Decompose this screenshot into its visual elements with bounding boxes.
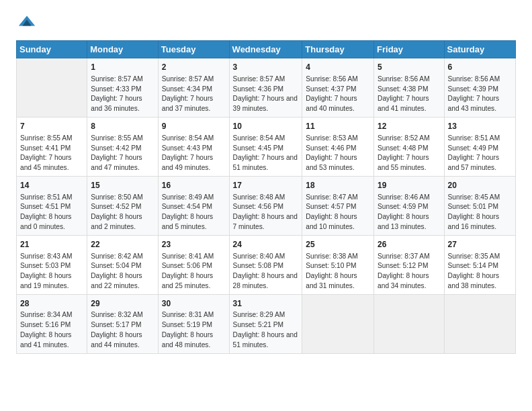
day-info: Sunrise: 8:51 AMSunset: 4:51 PMDaylight:… — [20, 193, 83, 232]
day-number: 25 — [306, 239, 370, 250]
day-number: 9 — [162, 121, 226, 132]
header-day-thursday: Thursday — [302, 41, 374, 58]
day-info: Sunrise: 8:53 AMSunset: 4:46 PMDaylight:… — [306, 134, 370, 173]
day-number: 17 — [233, 180, 299, 191]
week-row-1: 7Sunrise: 8:55 AMSunset: 4:41 PMDaylight… — [17, 117, 516, 176]
day-info: Sunrise: 8:45 AMSunset: 5:01 PMDaylight:… — [448, 193, 512, 232]
day-cell: 23Sunrise: 8:41 AMSunset: 5:06 PMDayligh… — [158, 235, 229, 294]
day-info: Sunrise: 8:46 AMSunset: 4:59 PMDaylight:… — [378, 193, 441, 232]
day-cell: 30Sunrise: 8:31 AMSunset: 5:19 PMDayligh… — [158, 294, 229, 353]
day-cell: 9Sunrise: 8:54 AMSunset: 4:43 PMDaylight… — [158, 117, 229, 176]
day-cell: 6Sunrise: 8:56 AMSunset: 4:39 PMDaylight… — [444, 58, 515, 118]
day-cell: 18Sunrise: 8:47 AMSunset: 4:57 PMDayligh… — [302, 176, 374, 235]
day-cell — [302, 294, 374, 353]
day-info: Sunrise: 8:47 AMSunset: 4:57 PMDaylight:… — [306, 193, 370, 232]
day-info: Sunrise: 8:48 AMSunset: 4:56 PMDaylight:… — [233, 193, 299, 232]
day-cell: 3Sunrise: 8:57 AMSunset: 4:36 PMDaylight… — [229, 58, 302, 118]
day-info: Sunrise: 8:55 AMSunset: 4:41 PMDaylight:… — [20, 134, 83, 173]
day-info: Sunrise: 8:49 AMSunset: 4:54 PMDaylight:… — [162, 193, 226, 232]
day-cell: 29Sunrise: 8:32 AMSunset: 5:17 PMDayligh… — [87, 294, 159, 353]
day-cell: 28Sunrise: 8:34 AMSunset: 5:16 PMDayligh… — [17, 294, 87, 353]
day-info: Sunrise: 8:56 AMSunset: 4:39 PMDaylight:… — [448, 75, 512, 114]
day-info: Sunrise: 8:29 AMSunset: 5:21 PMDaylight:… — [233, 310, 299, 350]
day-number: 31 — [233, 298, 299, 310]
day-number: 3 — [233, 62, 299, 73]
day-cell — [17, 58, 87, 118]
day-number: 4 — [306, 62, 370, 73]
calendar: SundayMondayTuesdayWednesdayThursdayFrid… — [16, 40, 516, 354]
header-day-wednesday: Wednesday — [229, 41, 302, 58]
day-cell: 13Sunrise: 8:51 AMSunset: 4:49 PMDayligh… — [444, 117, 515, 176]
header-day-monday: Monday — [87, 41, 159, 58]
day-cell: 11Sunrise: 8:53 AMSunset: 4:46 PMDayligh… — [302, 117, 374, 176]
day-info: Sunrise: 8:55 AMSunset: 4:42 PMDaylight:… — [91, 134, 154, 173]
day-cell: 25Sunrise: 8:38 AMSunset: 5:10 PMDayligh… — [302, 235, 374, 294]
day-number: 15 — [91, 180, 154, 191]
day-cell: 26Sunrise: 8:37 AMSunset: 5:12 PMDayligh… — [374, 235, 445, 294]
calendar-header-row: SundayMondayTuesdayWednesdayThursdayFrid… — [17, 41, 516, 58]
day-number: 21 — [20, 239, 83, 250]
day-info: Sunrise: 8:54 AMSunset: 4:45 PMDaylight:… — [233, 134, 299, 173]
day-number: 10 — [233, 121, 299, 132]
day-number: 19 — [378, 180, 441, 191]
day-cell: 14Sunrise: 8:51 AMSunset: 4:51 PMDayligh… — [17, 176, 87, 235]
day-cell: 2Sunrise: 8:57 AMSunset: 4:34 PMDaylight… — [158, 58, 229, 118]
day-info: Sunrise: 8:43 AMSunset: 5:03 PMDaylight:… — [20, 252, 83, 291]
day-cell: 22Sunrise: 8:42 AMSunset: 5:04 PMDayligh… — [87, 235, 159, 294]
day-number: 2 — [162, 62, 226, 73]
day-info: Sunrise: 8:57 AMSunset: 4:36 PMDaylight:… — [233, 75, 299, 114]
day-number: 20 — [448, 180, 512, 191]
day-number: 12 — [378, 121, 441, 132]
week-row-2: 14Sunrise: 8:51 AMSunset: 4:51 PMDayligh… — [17, 176, 516, 235]
day-info: Sunrise: 8:35 AMSunset: 5:14 PMDaylight:… — [448, 252, 512, 291]
day-cell: 12Sunrise: 8:52 AMSunset: 4:48 PMDayligh… — [374, 117, 445, 176]
day-number: 7 — [20, 121, 83, 132]
day-info: Sunrise: 8:56 AMSunset: 4:38 PMDaylight:… — [378, 75, 441, 114]
day-number: 11 — [306, 121, 370, 132]
day-cell: 16Sunrise: 8:49 AMSunset: 4:54 PMDayligh… — [158, 176, 229, 235]
day-number: 1 — [91, 62, 154, 73]
day-info: Sunrise: 8:51 AMSunset: 4:49 PMDaylight:… — [448, 134, 512, 173]
day-number: 8 — [91, 121, 154, 132]
day-cell — [444, 294, 515, 353]
logo-icon — [17, 12, 36, 31]
day-cell: 15Sunrise: 8:50 AMSunset: 4:52 PMDayligh… — [87, 176, 159, 235]
day-cell: 20Sunrise: 8:45 AMSunset: 5:01 PMDayligh… — [444, 176, 515, 235]
day-cell: 7Sunrise: 8:55 AMSunset: 4:41 PMDaylight… — [17, 117, 87, 176]
day-info: Sunrise: 8:41 AMSunset: 5:06 PMDaylight:… — [162, 252, 226, 291]
day-number: 6 — [448, 62, 512, 73]
day-cell: 5Sunrise: 8:56 AMSunset: 4:38 PMDaylight… — [374, 58, 445, 118]
header-day-saturday: Saturday — [444, 41, 515, 58]
week-row-3: 21Sunrise: 8:43 AMSunset: 5:03 PMDayligh… — [17, 235, 516, 294]
day-number: 18 — [306, 180, 370, 191]
day-info: Sunrise: 8:31 AMSunset: 5:19 PMDaylight:… — [162, 310, 226, 350]
day-info: Sunrise: 8:52 AMSunset: 4:48 PMDaylight:… — [378, 134, 441, 173]
day-number: 27 — [448, 239, 512, 250]
day-info: Sunrise: 8:57 AMSunset: 4:34 PMDaylight:… — [162, 75, 226, 114]
day-info: Sunrise: 8:40 AMSunset: 5:08 PMDaylight:… — [233, 252, 299, 291]
day-cell: 19Sunrise: 8:46 AMSunset: 4:59 PMDayligh… — [374, 176, 445, 235]
day-cell: 1Sunrise: 8:57 AMSunset: 4:33 PMDaylight… — [87, 58, 159, 118]
day-info: Sunrise: 8:42 AMSunset: 5:04 PMDaylight:… — [91, 252, 154, 291]
day-number: 14 — [20, 180, 83, 191]
day-cell: 21Sunrise: 8:43 AMSunset: 5:03 PMDayligh… — [17, 235, 87, 294]
day-cell — [374, 294, 445, 353]
day-number: 30 — [162, 298, 226, 310]
day-number: 29 — [91, 298, 154, 310]
day-number: 23 — [162, 239, 226, 250]
day-cell: 24Sunrise: 8:40 AMSunset: 5:08 PMDayligh… — [229, 235, 302, 294]
day-info: Sunrise: 8:37 AMSunset: 5:12 PMDaylight:… — [378, 252, 441, 291]
logo — [16, 12, 36, 34]
day-info: Sunrise: 8:54 AMSunset: 4:43 PMDaylight:… — [162, 134, 226, 173]
day-info: Sunrise: 8:38 AMSunset: 5:10 PMDaylight:… — [306, 252, 370, 291]
day-number: 28 — [20, 298, 83, 310]
page: SundayMondayTuesdayWednesdayThursdayFrid… — [0, 0, 532, 362]
day-cell: 10Sunrise: 8:54 AMSunset: 4:45 PMDayligh… — [229, 117, 302, 176]
day-cell: 17Sunrise: 8:48 AMSunset: 4:56 PMDayligh… — [229, 176, 302, 235]
day-cell: 27Sunrise: 8:35 AMSunset: 5:14 PMDayligh… — [444, 235, 515, 294]
day-info: Sunrise: 8:32 AMSunset: 5:17 PMDaylight:… — [91, 310, 154, 350]
day-info: Sunrise: 8:50 AMSunset: 4:52 PMDaylight:… — [91, 193, 154, 232]
day-cell: 4Sunrise: 8:56 AMSunset: 4:37 PMDaylight… — [302, 58, 374, 118]
week-row-4: 28Sunrise: 8:34 AMSunset: 5:16 PMDayligh… — [17, 294, 516, 353]
header — [16, 12, 516, 34]
